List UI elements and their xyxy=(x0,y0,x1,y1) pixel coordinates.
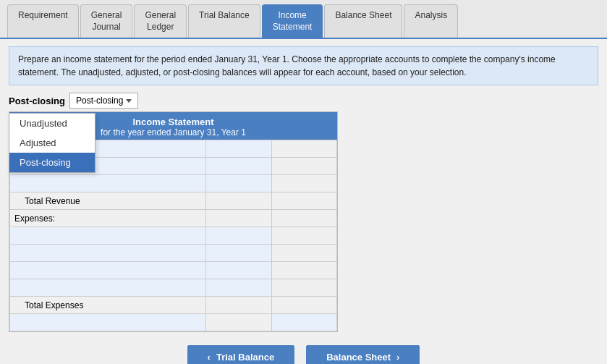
tab-balance-sheet[interactable]: Balance Sheet xyxy=(324,4,402,38)
tab-analysis[interactable]: Analysis xyxy=(404,4,458,38)
total-revenue-label: Total Revenue xyxy=(10,192,206,210)
instruction-box: Prepare an income statement for the peri… xyxy=(9,46,598,85)
total-expenses-row: Total Expenses xyxy=(10,297,337,314)
tab-trial-balance[interactable]: Trial Balance xyxy=(188,4,260,38)
expenses-section-row: Expenses: xyxy=(10,210,337,227)
total-revenue-col2 xyxy=(206,192,271,210)
tab-requirement[interactable]: Requirement xyxy=(7,4,79,38)
tab-bar: Requirement GeneralJournal GeneralLedger… xyxy=(0,0,607,39)
expense-total-2 xyxy=(271,245,336,262)
revenue-total-1 xyxy=(271,140,336,158)
chevron-down-icon xyxy=(126,99,132,103)
expense-total-3 xyxy=(271,262,336,279)
dropdown-option-adjusted[interactable]: Adjusted xyxy=(9,133,95,153)
net-income-amount[interactable] xyxy=(271,314,336,331)
revenue-amount-2[interactable] xyxy=(206,158,271,175)
net-income-col2 xyxy=(206,314,271,331)
dropdown-menu: Unadjusted Adjusted Post-closing xyxy=(9,113,95,173)
prev-arrow-icon: ‹ xyxy=(208,352,211,363)
total-expenses-col2 xyxy=(206,297,271,314)
dropdown-label: Post-closing xyxy=(9,96,65,106)
table-row xyxy=(10,279,337,297)
dropdown-area: Post-closing Post-closing Unadjusted Adj… xyxy=(9,93,598,109)
dropdown-button[interactable]: Post-closing xyxy=(69,93,138,109)
expenses-label: Expenses: xyxy=(10,210,206,227)
tab-general-ledger[interactable]: GeneralLedger xyxy=(134,4,187,38)
expense-input-2[interactable] xyxy=(10,245,206,262)
next-button[interactable]: Balance Sheet › xyxy=(306,345,420,364)
instruction-text: Prepare an income statement for the peri… xyxy=(18,54,556,77)
dropdown-option-postclosing[interactable]: Post-closing xyxy=(9,153,95,172)
table-row xyxy=(10,314,337,331)
total-expenses-amount xyxy=(271,297,336,314)
total-revenue-row: Total Revenue xyxy=(10,192,337,210)
expense-input-4[interactable] xyxy=(10,279,206,297)
prev-button-label: Trial Balance xyxy=(216,352,274,363)
dropdown-option-unadjusted[interactable]: Unadjusted xyxy=(9,114,95,133)
content-area: Income Statement for the year ended Janu… xyxy=(9,111,598,332)
expense-input-1[interactable] xyxy=(10,227,206,245)
expense-amount-3[interactable] xyxy=(206,262,271,279)
tab-income-statement[interactable]: IncomeStatement xyxy=(262,4,323,38)
expense-total-4 xyxy=(271,279,336,297)
net-income-input[interactable] xyxy=(10,314,206,331)
next-arrow-icon: › xyxy=(396,352,399,363)
total-revenue-amount xyxy=(271,192,336,210)
revenue-amount-1[interactable] xyxy=(206,140,271,158)
table-row xyxy=(10,227,337,245)
expense-amount-4[interactable] xyxy=(206,279,271,297)
revenue-total-3 xyxy=(271,175,336,192)
total-expenses-label: Total Expenses xyxy=(10,297,206,314)
expense-amount-2[interactable] xyxy=(206,245,271,262)
table-row xyxy=(10,245,337,262)
tab-general-journal[interactable]: GeneralJournal xyxy=(80,4,133,38)
next-button-label: Balance Sheet xyxy=(326,352,391,363)
expense-total-1 xyxy=(271,227,336,245)
revenue-total-2 xyxy=(271,158,336,175)
revenue-input-3[interactable] xyxy=(10,175,206,192)
table-row xyxy=(10,175,337,192)
expenses-col3 xyxy=(271,210,336,227)
expenses-col2 xyxy=(206,210,271,227)
expense-input-3[interactable] xyxy=(10,262,206,279)
dropdown-selected-value: Post-closing xyxy=(76,96,123,106)
table-row xyxy=(10,262,337,279)
expense-amount-1[interactable] xyxy=(206,227,271,245)
revenue-amount-3[interactable] xyxy=(206,175,271,192)
bottom-navigation: ‹ Trial Balance Balance Sheet › xyxy=(0,345,607,364)
prev-button[interactable]: ‹ Trial Balance xyxy=(187,345,295,364)
